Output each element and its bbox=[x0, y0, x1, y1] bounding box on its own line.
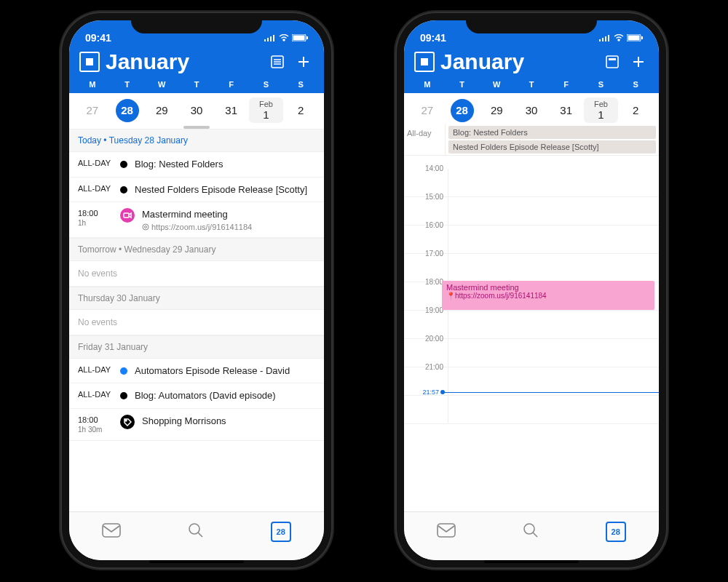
svg-rect-22 bbox=[602, 38, 604, 41]
tab-calendar-active[interactable]: 28 bbox=[271, 522, 291, 542]
tab-calendar-active[interactable]: 28 bbox=[606, 522, 626, 542]
wifi-icon bbox=[614, 34, 624, 41]
day-2[interactable]: 2 bbox=[618, 100, 653, 121]
event-time: 18:00 bbox=[78, 209, 98, 218]
now-dot-icon bbox=[440, 390, 445, 394]
status-time: 09:41 bbox=[85, 32, 111, 44]
event-time: ALL-DAY bbox=[78, 390, 111, 399]
battery-icon bbox=[292, 34, 308, 41]
section-tomorrow-header: Tomorrow • Wednesday 29 January bbox=[69, 238, 324, 261]
agenda-row[interactable]: ALL-DAY Blog: Nested Folders bbox=[69, 152, 324, 178]
status-icons bbox=[599, 34, 643, 41]
event-title: Shopping Morrisons bbox=[142, 415, 226, 428]
home-indicator[interactable] bbox=[149, 560, 244, 563]
event-title: Mastermind meeting bbox=[446, 283, 650, 292]
day-29[interactable]: 29 bbox=[479, 100, 514, 121]
svg-rect-21 bbox=[599, 39, 601, 41]
hour-label: 20:00 bbox=[404, 335, 448, 362]
tab-bar: 28 bbox=[404, 511, 659, 560]
weekday-label: F bbox=[214, 80, 249, 89]
day-31[interactable]: 31 bbox=[549, 100, 584, 121]
day-29[interactable]: 29 bbox=[144, 100, 179, 121]
weekday-header: M T W T F S S bbox=[404, 77, 659, 93]
add-event-button[interactable] bbox=[293, 52, 314, 72]
weekday-label: T bbox=[179, 80, 214, 89]
weekday-label: W bbox=[479, 80, 514, 89]
agenda-row[interactable]: ALL-DAY Nested Folders Episode Release [… bbox=[69, 178, 324, 203]
weekday-label: S bbox=[618, 80, 653, 89]
phone-dayview: 09:41 January M T W bbox=[397, 13, 666, 567]
hour-label: 21:00 bbox=[404, 363, 448, 391]
svg-rect-0 bbox=[264, 39, 266, 41]
svg-rect-24 bbox=[608, 35, 609, 41]
day-27[interactable]: 27 bbox=[410, 100, 445, 121]
weekday-label: M bbox=[75, 80, 110, 89]
notch bbox=[131, 13, 262, 33]
day-view-button[interactable] bbox=[602, 52, 622, 72]
event-location: https://zoom.us/j/916141184 bbox=[142, 223, 252, 231]
svg-rect-29 bbox=[606, 56, 618, 68]
allday-section: All-day Blog: Nested Folders Nested Fold… bbox=[404, 124, 659, 156]
day-30[interactable]: 30 bbox=[179, 100, 214, 121]
tag-icon bbox=[120, 415, 135, 429]
svg-rect-18 bbox=[103, 524, 120, 537]
day-feb1[interactable]: Feb1 bbox=[584, 97, 619, 123]
signal-icon bbox=[264, 34, 276, 41]
timeline-event[interactable]: Mastermind meeting 📍https://zoom.us/j/91… bbox=[442, 281, 654, 310]
weekday-label: W bbox=[144, 80, 179, 89]
svg-rect-3 bbox=[273, 35, 274, 41]
allday-event[interactable]: Nested Folders Episode Release [Scotty] bbox=[448, 140, 656, 154]
no-events-label: No events bbox=[69, 310, 324, 335]
week-days-row: 27 28 29 30 31 Feb1 2 bbox=[69, 93, 324, 124]
day-30[interactable]: 30 bbox=[514, 100, 549, 121]
svg-point-34 bbox=[524, 524, 534, 534]
event-title: Mastermind meeting bbox=[142, 208, 252, 221]
allday-event[interactable]: Blog: Nested Folders bbox=[448, 126, 656, 139]
day-timeline[interactable]: All-day Blog: Nested Folders Nested Fold… bbox=[404, 124, 659, 445]
allday-label: All-day bbox=[404, 124, 446, 155]
event-time: ALL-DAY bbox=[78, 184, 111, 193]
svg-point-25 bbox=[618, 39, 620, 41]
app-logo-icon[interactable] bbox=[414, 52, 435, 72]
weekday-label: F bbox=[549, 80, 584, 89]
hour-label: 15:00 bbox=[404, 193, 448, 220]
tab-mail[interactable] bbox=[102, 523, 121, 541]
day-feb1[interactable]: Feb1 bbox=[249, 97, 284, 123]
tab-search[interactable] bbox=[522, 522, 539, 542]
day-2[interactable]: 2 bbox=[283, 100, 318, 121]
location-icon bbox=[142, 223, 149, 231]
svg-rect-1 bbox=[267, 38, 269, 41]
app-logo-icon[interactable] bbox=[79, 52, 100, 72]
agenda-list[interactable]: Today • Tuesday 28 January ALL-DAY Blog:… bbox=[69, 129, 324, 449]
svg-line-20 bbox=[198, 533, 202, 537]
hour-label: 17:00 bbox=[404, 250, 448, 277]
svg-point-15 bbox=[143, 224, 149, 230]
agenda-row[interactable]: ALL-DAY Blog: Automators (David episode) bbox=[69, 383, 324, 409]
event-title: Automators Episode Release - David bbox=[135, 364, 290, 378]
hour-grid: 14:00 15:00 16:00 17:00 18:00 19:00 20:0… bbox=[404, 156, 659, 424]
tab-mail[interactable] bbox=[437, 523, 456, 541]
agenda-row[interactable]: 18:001h 30m Shopping Morrisons bbox=[69, 409, 324, 441]
calendar-dot-icon bbox=[120, 161, 127, 168]
agenda-view-button[interactable] bbox=[267, 52, 288, 72]
calendar-dot-icon bbox=[120, 392, 127, 399]
month-title[interactable]: January bbox=[106, 49, 261, 74]
tab-search[interactable] bbox=[187, 522, 205, 542]
agenda-row[interactable]: ALL-DAY Automators Episode Release - Dav… bbox=[69, 359, 324, 384]
day-27[interactable]: 27 bbox=[75, 100, 110, 121]
day-28-selected[interactable]: 28 bbox=[110, 99, 145, 122]
day-28-selected[interactable]: 28 bbox=[445, 99, 480, 122]
weekday-label: T bbox=[445, 80, 480, 89]
event-location: 📍https://zoom.us/j/916141184 bbox=[446, 292, 650, 300]
month-title[interactable]: January bbox=[440, 49, 596, 74]
week-days-row: 27 28 29 30 31 Feb1 2 bbox=[404, 93, 659, 124]
day-31[interactable]: 31 bbox=[214, 100, 249, 121]
agenda-row[interactable]: 18:001h Mastermind meeting https://zoom.… bbox=[69, 202, 324, 238]
calendar-dot-icon bbox=[120, 367, 127, 375]
svg-point-17 bbox=[125, 420, 127, 421]
weekday-label: S bbox=[249, 80, 284, 89]
add-event-button[interactable] bbox=[628, 52, 649, 72]
home-indicator[interactable] bbox=[484, 560, 579, 563]
no-events-label: No events bbox=[69, 261, 324, 287]
wifi-icon bbox=[279, 34, 289, 41]
